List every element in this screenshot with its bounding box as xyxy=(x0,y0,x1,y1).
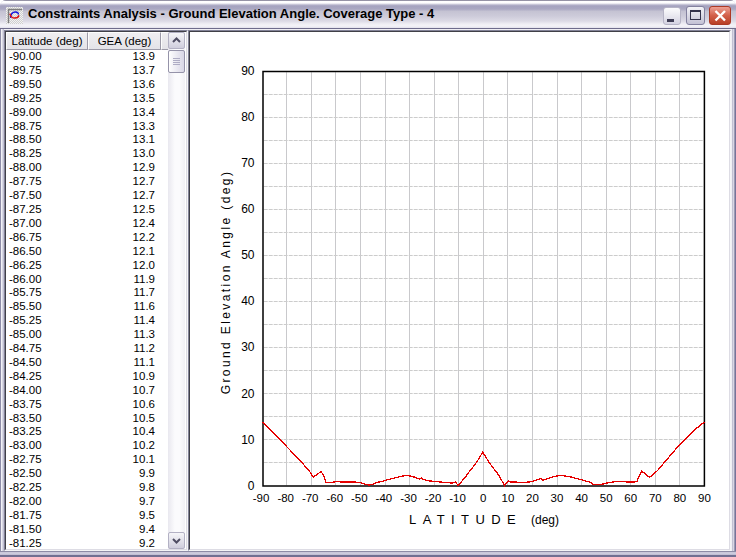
svg-text:0: 0 xyxy=(248,479,255,493)
svg-text:90: 90 xyxy=(241,64,255,78)
svg-text:30: 30 xyxy=(551,492,564,504)
svg-text:50: 50 xyxy=(241,248,255,262)
svg-text:70: 70 xyxy=(649,492,662,504)
svg-text:20: 20 xyxy=(241,387,255,401)
svg-text:80: 80 xyxy=(673,492,686,504)
svg-text:LATITUDE: LATITUDE xyxy=(409,512,522,527)
svg-text:Ground Elevation Angle (deg): Ground Elevation Angle (deg) xyxy=(219,170,233,395)
svg-text:30: 30 xyxy=(241,340,255,354)
svg-text:60: 60 xyxy=(241,202,255,216)
svg-text:(deg): (deg) xyxy=(531,513,559,527)
svg-text:40: 40 xyxy=(241,294,255,308)
svg-text:-20: -20 xyxy=(425,492,442,504)
svg-text:70: 70 xyxy=(241,156,255,170)
svg-text:20: 20 xyxy=(526,492,539,504)
svg-text:-70: -70 xyxy=(302,492,319,504)
svg-text:-10: -10 xyxy=(449,492,466,504)
svg-text:-60: -60 xyxy=(326,492,343,504)
svg-text:90: 90 xyxy=(698,492,711,504)
svg-text:-50: -50 xyxy=(351,492,368,504)
svg-text:40: 40 xyxy=(575,492,588,504)
svg-text:10: 10 xyxy=(502,492,515,504)
svg-text:-30: -30 xyxy=(400,492,417,504)
svg-text:50: 50 xyxy=(600,492,613,504)
svg-text:10: 10 xyxy=(241,433,255,447)
svg-text:0: 0 xyxy=(480,492,486,504)
svg-text:-90: -90 xyxy=(253,492,270,504)
svg-text:60: 60 xyxy=(624,492,637,504)
svg-text:80: 80 xyxy=(241,110,255,124)
svg-text:-40: -40 xyxy=(376,492,393,504)
svg-text:-80: -80 xyxy=(277,492,294,504)
